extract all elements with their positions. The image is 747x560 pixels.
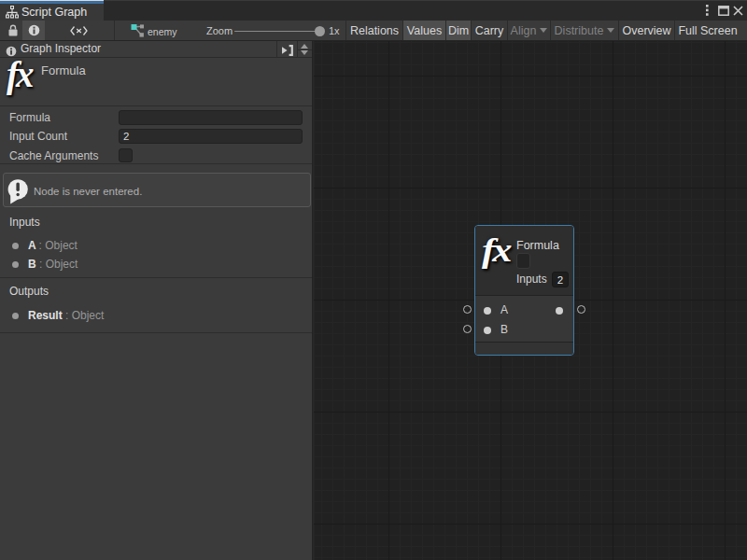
align-dropdown[interactable]: Align <box>508 21 551 40</box>
port-name-text: B <box>28 258 36 271</box>
input-port-a-label: A <box>500 303 508 316</box>
port-name: Result : Object <box>28 309 104 322</box>
graph-inspector-panel: Graph Inspector fx Formula Formula Input… <box>0 41 313 560</box>
port-type: : Object <box>39 239 78 252</box>
inspector-toggle-button[interactable] <box>22 21 45 40</box>
port-dot-icon <box>12 261 19 268</box>
node-inputs-count[interactable]: 2 <box>552 272 569 287</box>
port-dot-icon <box>12 243 19 249</box>
formula-node-checkbox[interactable] <box>516 253 530 269</box>
port-dot-icon <box>12 313 19 319</box>
cache-arguments-checkbox[interactable] <box>119 148 133 162</box>
tab-label: Script Graph <box>21 6 87 19</box>
inspector-input-row-a: A : Object <box>0 239 312 252</box>
formula-field-input[interactable] <box>119 110 303 125</box>
overview-button[interactable]: Overview <box>619 21 675 40</box>
button-label: Overview <box>622 24 670 37</box>
formula-node-ports: A B <box>475 296 573 342</box>
spinner-down-icon[interactable] <box>301 50 308 55</box>
zoom-slider-knob[interactable] <box>315 26 325 36</box>
zoom-slider-track[interactable] <box>234 31 318 33</box>
distribute-dropdown[interactable]: Distribute <box>551 21 619 40</box>
button-label: Align <box>511 24 537 37</box>
formula-field-label: Formula <box>9 111 50 124</box>
tab-script-graph[interactable]: Script Graph <box>0 0 104 21</box>
port-name: B : Object <box>28 258 78 271</box>
graph-canvas[interactable]: fx Formula Inputs 2 A B <box>314 41 747 560</box>
external-port-ring-b[interactable] <box>463 325 472 333</box>
formula-node-title: Formula <box>516 239 559 252</box>
full-screen-button[interactable]: Full Screen <box>675 21 740 40</box>
button-label: Full Screen <box>678 24 737 37</box>
input-port-b-label: B <box>500 323 508 336</box>
inspector-node-title: Formula <box>41 63 86 77</box>
dim-button[interactable]: Dim <box>446 21 472 40</box>
input-port-b[interactable] <box>484 327 491 334</box>
lock-icon[interactable] <box>5 21 21 40</box>
external-port-ring-result[interactable] <box>577 305 585 314</box>
button-label: Relations <box>350 24 399 37</box>
spinner-up-icon[interactable] <box>301 44 308 49</box>
divider <box>0 277 312 278</box>
window-maximize-button[interactable] <box>717 4 730 17</box>
tab-active-indicator <box>0 1 104 4</box>
chevron-down-icon <box>607 28 614 33</box>
panel-spinner[interactable] <box>298 41 312 58</box>
breadcrumb-graph-name[interactable]: enemy <box>148 26 177 37</box>
graph-inspector-header: Graph Inspector <box>0 41 312 58</box>
graph-breadcrumb-icon <box>130 21 145 40</box>
zoom-label: Zoom <box>206 25 233 36</box>
button-label: Distribute <box>555 24 604 37</box>
port-name: A : Object <box>28 239 78 252</box>
port-name-text: A <box>28 239 35 252</box>
button-label: Carry <box>475 24 504 37</box>
toolbar-separator <box>114 21 115 40</box>
titlebar: Script Graph <box>0 0 747 21</box>
output-port-result[interactable] <box>556 307 563 315</box>
warning-text: Node is never entered. <box>34 186 142 197</box>
window-top-edge <box>0 0 747 1</box>
relations-button[interactable]: Relations <box>346 21 403 40</box>
inspector-output-row-result: Result : Object <box>0 309 312 322</box>
divider <box>0 163 312 164</box>
external-port-ring-a[interactable] <box>463 305 472 314</box>
formula-node-footer <box>475 343 573 355</box>
port-name-text: Result <box>28 309 63 322</box>
divider <box>0 105 312 106</box>
unity-visual-scripting-window: Script Graph <box>0 0 747 560</box>
graph-inspector-title: Graph Inspector <box>21 42 101 55</box>
input-count-field-input[interactable] <box>119 129 303 144</box>
divider <box>0 332 312 333</box>
node-inputs-label: Inputs <box>516 273 547 286</box>
formula-node-icon: fx <box>482 231 510 270</box>
window-menu-button[interactable] <box>700 4 713 17</box>
button-label: Dim <box>448 24 469 37</box>
window-close-button[interactable] <box>731 4 744 17</box>
zoom-value: 1x <box>329 25 340 36</box>
formula-node-header: fx Formula Inputs 2 <box>475 226 573 295</box>
formula-node[interactable]: fx Formula Inputs 2 A B <box>474 225 574 356</box>
port-type: : Object <box>65 309 104 322</box>
dock-panel-icon[interactable] <box>281 44 294 61</box>
button-label: Values <box>407 24 442 37</box>
inspector-input-row-b: B : Object <box>0 258 312 271</box>
outputs-section-title: Outputs <box>9 285 49 298</box>
inputs-section-title: Inputs <box>9 216 40 229</box>
warning-icon <box>7 179 30 209</box>
toolbar-buttons: Relations Values Dim Carry Align Distrib… <box>345 21 740 40</box>
input-port-a[interactable] <box>484 307 491 315</box>
carry-button[interactable]: Carry <box>472 21 508 40</box>
input-count-field-label: Input Count <box>9 130 67 143</box>
formula-node-icon: fx <box>7 53 32 95</box>
values-button[interactable]: Values <box>403 21 446 40</box>
chevron-down-icon <box>540 28 547 33</box>
cache-arguments-label: Cache Arguments <box>9 149 98 162</box>
tab-top-edge <box>0 0 104 1</box>
graph-toolbar: enemy Zoom 1x Relations Values Dim Carry… <box>0 21 747 41</box>
port-type: : Object <box>39 258 78 271</box>
header-separator <box>276 41 277 58</box>
code-icon[interactable] <box>67 21 90 40</box>
